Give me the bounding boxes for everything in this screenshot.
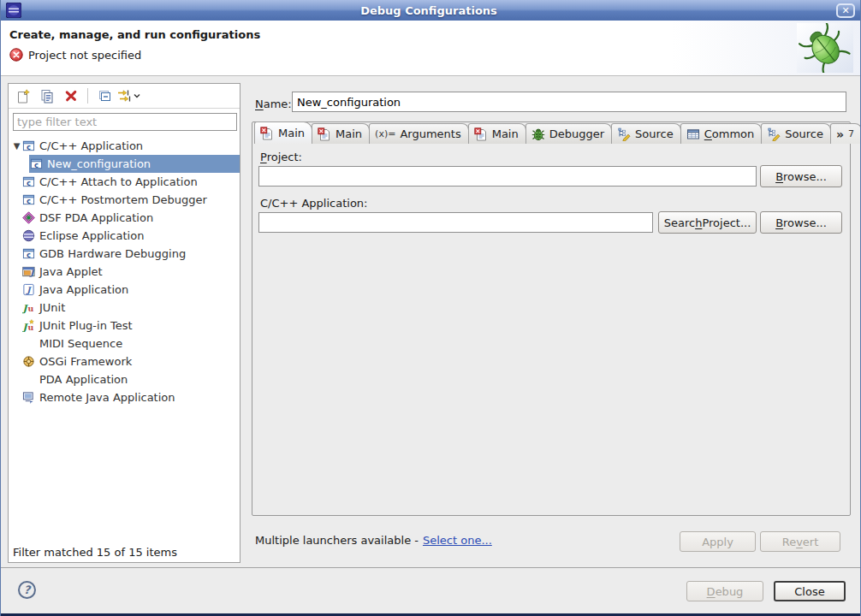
- tree-item-remote-java-application[interactable]: Remote Java Application: [9, 388, 240, 406]
- common-tab-icon: [686, 127, 700, 141]
- close-button[interactable]: Close: [774, 581, 846, 601]
- config-tree: ▼cC/C++ ApplicationcNew_configurationcC/…: [9, 137, 240, 542]
- tree-item-label: GDB Hardware Debugging: [36, 247, 186, 260]
- tab-main-1[interactable]: Main: [254, 121, 312, 144]
- application-browse-button[interactable]: Browse...: [760, 211, 842, 234]
- tab-overflow[interactable]: »7: [830, 123, 861, 144]
- tab-common-7[interactable]: Common: [680, 123, 763, 144]
- java-app-icon: J: [21, 283, 36, 296]
- application-input[interactable]: [258, 212, 653, 233]
- delete-launch-configuration-button[interactable]: [60, 86, 82, 106]
- name-label: Name:: [255, 98, 292, 110]
- tree-item-label: C/C++ Attach to Application: [36, 175, 198, 188]
- tab-debugger-5[interactable]: Debugger: [526, 123, 612, 144]
- tree-item-junit[interactable]: JuJUnit: [9, 299, 240, 317]
- collapse-all-button[interactable]: [93, 86, 116, 106]
- name-input[interactable]: [292, 92, 846, 112]
- duplicate-launch-configuration-button[interactable]: [36, 86, 58, 106]
- junit-plugin-icon: Ju: [21, 319, 36, 332]
- project-input[interactable]: [258, 166, 757, 187]
- svg-text:c: c: [27, 179, 31, 187]
- source-tab-icon: [767, 127, 781, 141]
- debug-bug-icon: [797, 23, 853, 75]
- tab-main-4[interactable]: Main: [468, 123, 526, 144]
- tab-folder: MainMain(x)=ArgumentsMainDebuggerSourceC…: [252, 121, 851, 516]
- error-message: Project not specified: [28, 49, 141, 62]
- collapse-all-icon: [98, 89, 112, 103]
- tree-item-label: New_configuration: [44, 157, 151, 170]
- tree-item-junit-plug-in-test[interactable]: JuJUnit Plug-in Test: [9, 317, 240, 335]
- filter-input[interactable]: [13, 113, 237, 131]
- tree-item-label: C/C++ Application: [36, 139, 143, 152]
- java-applet-icon: J: [21, 265, 36, 278]
- project-browse-button[interactable]: Browse...: [760, 165, 842, 187]
- tree-item-label: Java Applet: [36, 265, 103, 278]
- launcher-row: Multiple launchers available - Select on…: [255, 534, 492, 547]
- tree-item-eclipse-application[interactable]: Eclipse Application: [9, 227, 240, 245]
- tree-item-new-configuration[interactable]: cNew_configuration: [29, 155, 240, 173]
- tree-item-dsf-pda-application[interactable]: DSF PDA Application: [9, 209, 240, 227]
- tree-item-c-c-postmortem-debugger[interactable]: cC/C++ Postmortem Debugger: [9, 191, 240, 209]
- tree-item-label: Remote Java Application: [36, 391, 175, 404]
- toolbar-separator: [87, 88, 88, 104]
- close-window-icon[interactable]: ✕: [836, 3, 855, 18]
- select-one-link[interactable]: Select one...: [423, 534, 492, 547]
- debug-button[interactable]: Debug: [686, 581, 763, 601]
- tree-item-java-application[interactable]: JJava Application: [9, 281, 240, 299]
- svg-text:c: c: [27, 197, 31, 205]
- tree-item-c-c-application[interactable]: ▼cC/C++ Application: [9, 137, 240, 155]
- dsf-pda-icon: [21, 211, 36, 224]
- c-app-icon: c: [21, 247, 36, 260]
- apply-button[interactable]: Apply: [680, 531, 756, 552]
- main-tab-icon: [318, 127, 331, 141]
- c-app-icon: c: [21, 139, 36, 152]
- expanded-arrow-icon[interactable]: ▼: [9, 141, 21, 151]
- tab-arguments-3[interactable]: (x)=Arguments: [369, 123, 469, 144]
- tree-item-label: OSGi Framework: [36, 355, 132, 368]
- junit-icon: Ju: [21, 301, 36, 314]
- tree-item-label: PDA Application: [36, 373, 128, 386]
- tab-main-2[interactable]: Main: [312, 123, 370, 144]
- tree-item-c-c-attach-to-application[interactable]: cC/C++ Attach to Application: [9, 173, 240, 191]
- titlebar: Debug Configurations ✕: [1, 0, 860, 21]
- svg-text:u: u: [28, 323, 34, 332]
- overflow-count: 7: [848, 128, 854, 139]
- tree-item-label: Java Application: [36, 283, 128, 296]
- configurations-panel: ▼cC/C++ ApplicationcNew_configurationcC/…: [8, 83, 240, 563]
- tree-item-label: MIDI Sequence: [36, 337, 122, 350]
- filter-status: Filter matched 15 of 15 items: [13, 546, 177, 559]
- banner: Create, manage, and run configurations P…: [1, 21, 860, 76]
- launchers-text: Multiple launchers available -: [255, 534, 419, 547]
- footer: ? Debug Close: [1, 567, 860, 613]
- application-label: C/C++ Application:: [260, 197, 367, 210]
- filter-launch-configurations-button[interactable]: [117, 86, 141, 106]
- tab-source-6[interactable]: Source: [611, 123, 681, 144]
- tree-item-java-applet[interactable]: JJava Applet: [9, 263, 240, 281]
- tree-item-pda-application[interactable]: PDA Application: [9, 370, 240, 388]
- delete-config-icon: [64, 89, 78, 103]
- tab-source-8[interactable]: Source: [761, 123, 831, 144]
- main-area: ▼cC/C++ ApplicationcNew_configurationcC/…: [1, 76, 860, 567]
- main-tab-icon: [260, 127, 274, 140]
- svg-text:c: c: [27, 143, 31, 151]
- none: [21, 337, 36, 350]
- error-icon: [9, 48, 23, 62]
- help-icon[interactable]: ?: [18, 581, 36, 599]
- tree-item-osgi-framework[interactable]: OSGi Framework: [9, 352, 240, 370]
- tab-label: Common: [704, 127, 755, 140]
- filter-configs-icon: [117, 89, 141, 103]
- revert-button[interactable]: Revert: [760, 531, 840, 552]
- duplicate-config-icon: [39, 89, 55, 104]
- tabs-row: MainMain(x)=ArgumentsMainDebuggerSourceC…: [252, 121, 850, 144]
- debug-configurations-dialog: Debug Configurations ✕ Create, manage, a…: [0, 0, 861, 616]
- osgi-icon: [21, 355, 36, 368]
- new-launch-configuration-button[interactable]: [12, 86, 34, 106]
- arguments-tab-icon: (x)=: [375, 128, 395, 139]
- tree-item-midi-sequence[interactable]: MIDI Sequence: [9, 335, 240, 352]
- eclipse-icon: [21, 229, 36, 242]
- svg-text:c: c: [27, 251, 31, 259]
- tree-item-gdb-hardware-debugging[interactable]: cGDB Hardware Debugging: [9, 245, 240, 263]
- eclipse-logo-icon: [6, 3, 21, 18]
- search-project-button[interactable]: Search Project...: [658, 211, 757, 234]
- c-app-icon: c: [29, 157, 44, 170]
